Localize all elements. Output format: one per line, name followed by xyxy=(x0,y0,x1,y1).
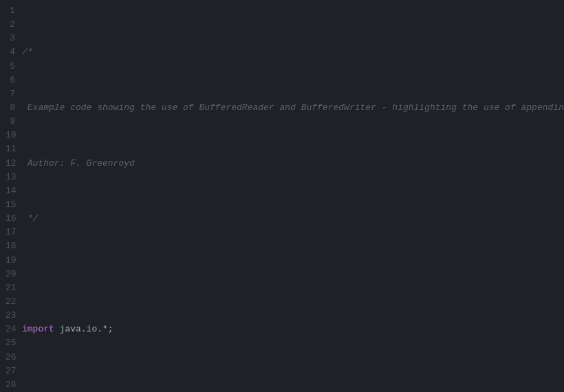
code-editor: 1 2 3 4 5 6 7 8 9 10 11 12 13 14 15 16 1… xyxy=(0,0,564,392)
code-line-5 xyxy=(22,268,564,281)
code-content: /* Example code showing the use of Buffe… xyxy=(22,4,564,388)
code-line-3: Author: F. Greenroyd xyxy=(22,157,564,171)
line-numbers: 1 2 3 4 5 6 7 8 9 10 11 12 13 14 15 16 1… xyxy=(0,4,22,388)
code-line-2: Example code showing the use of Buffered… xyxy=(22,101,564,115)
code-line-1: /* xyxy=(22,45,564,59)
code-line-4: */ xyxy=(22,212,564,226)
code-line-6: import java.io.*; xyxy=(22,323,564,336)
code-line-7 xyxy=(22,378,564,392)
